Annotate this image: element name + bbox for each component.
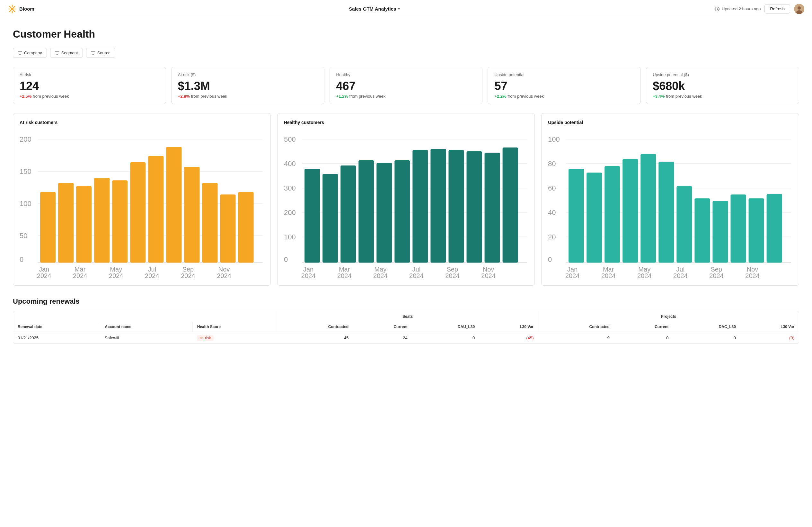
filter-company-button[interactable]: Company bbox=[13, 48, 47, 58]
header-right: Updated 2 hours ago Refresh bbox=[715, 4, 804, 14]
app-name: Bloom bbox=[19, 6, 34, 12]
header-center: Sales GTM Analytics ▾ bbox=[349, 6, 400, 12]
svg-text:2024: 2024 bbox=[145, 272, 159, 278]
svg-rect-41 bbox=[166, 147, 182, 262]
renewals-table-container: Seats Projects Renewal date Account name… bbox=[13, 311, 799, 344]
chevron-down-icon[interactable]: ▾ bbox=[398, 7, 400, 11]
svg-text:Nov: Nov bbox=[218, 266, 230, 273]
svg-rect-114 bbox=[713, 201, 728, 262]
svg-rect-80 bbox=[484, 153, 500, 262]
col-seats-current: Current bbox=[353, 322, 412, 332]
svg-rect-71 bbox=[322, 174, 338, 262]
svg-text:500: 500 bbox=[284, 135, 296, 143]
svg-text:2024: 2024 bbox=[409, 272, 423, 278]
svg-text:Jan: Jan bbox=[303, 266, 314, 273]
svg-text:50: 50 bbox=[19, 232, 27, 240]
cell-health-score: at_risk bbox=[192, 332, 277, 343]
at-risk-chart-card: At risk customers 200 150 100 50 0 bbox=[13, 113, 271, 286]
kpi-at-risk-label: At risk bbox=[19, 72, 159, 77]
kpi-at-risk-change: +2.5% from previous week bbox=[19, 94, 159, 99]
svg-text:100: 100 bbox=[19, 200, 31, 208]
svg-text:0: 0 bbox=[548, 255, 552, 264]
refresh-button[interactable]: Refresh bbox=[765, 4, 790, 14]
svg-rect-78 bbox=[448, 150, 464, 262]
filter-company-label: Company bbox=[24, 51, 42, 55]
svg-line-5 bbox=[10, 6, 11, 8]
svg-text:2024: 2024 bbox=[181, 272, 195, 278]
svg-rect-35 bbox=[58, 183, 74, 262]
svg-text:2024: 2024 bbox=[73, 272, 87, 278]
svg-text:20: 20 bbox=[548, 233, 556, 241]
svg-text:May: May bbox=[110, 266, 122, 273]
filter-bar: Company Segment Source bbox=[13, 48, 799, 58]
header: Bloom Sales GTM Analytics ▾ Updated 2 ho… bbox=[0, 0, 812, 18]
svg-text:2024: 2024 bbox=[37, 272, 52, 278]
svg-text:2024: 2024 bbox=[673, 272, 688, 278]
svg-rect-109 bbox=[623, 159, 638, 262]
svg-text:100: 100 bbox=[548, 135, 560, 143]
bloom-logo-icon bbox=[8, 4, 17, 14]
kpi-upside-value: 57 bbox=[494, 80, 634, 92]
healthy-chart-svg: 500 400 300 200 100 0 bbox=[284, 130, 528, 278]
col-group-seats: Seats bbox=[277, 311, 538, 322]
cell-seats-contracted: 45 bbox=[277, 332, 353, 343]
svg-rect-108 bbox=[605, 166, 620, 262]
col-projects-current: Current bbox=[614, 322, 673, 332]
cell-projects-l30var: (9) bbox=[740, 332, 799, 343]
svg-rect-40 bbox=[148, 156, 163, 262]
upside-chart-card: Upside potential 100 80 60 40 20 0 bbox=[541, 113, 799, 286]
filter-source-button[interactable]: Source bbox=[86, 48, 115, 58]
svg-text:2024: 2024 bbox=[481, 272, 496, 278]
svg-line-7 bbox=[14, 6, 15, 8]
svg-text:Jul: Jul bbox=[412, 266, 420, 273]
svg-rect-107 bbox=[586, 173, 602, 262]
kpi-at-risk-value: 124 bbox=[19, 80, 159, 92]
dashboard-title: Sales GTM Analytics bbox=[349, 6, 396, 12]
svg-rect-42 bbox=[184, 167, 200, 262]
table-header-row: Renewal date Account name Health Score C… bbox=[13, 322, 799, 332]
svg-point-0 bbox=[11, 8, 14, 10]
svg-rect-113 bbox=[695, 198, 710, 262]
svg-rect-70 bbox=[304, 169, 320, 262]
svg-text:200: 200 bbox=[19, 135, 31, 143]
svg-rect-81 bbox=[502, 147, 518, 262]
col-group-projects: Projects bbox=[538, 311, 799, 322]
kpi-row: At risk 124 +2.5% from previous week At … bbox=[13, 67, 799, 104]
cell-renewal-date: 01/21/2025 bbox=[13, 332, 100, 343]
svg-text:0: 0 bbox=[19, 255, 24, 264]
svg-text:Nov: Nov bbox=[747, 266, 758, 273]
avatar[interactable] bbox=[794, 4, 804, 14]
svg-rect-75 bbox=[394, 160, 410, 262]
filter-icon bbox=[18, 51, 22, 55]
svg-text:2024: 2024 bbox=[601, 272, 616, 278]
svg-text:Mar: Mar bbox=[339, 266, 350, 273]
kpi-at-risk: At risk 124 +2.5% from previous week bbox=[13, 67, 166, 104]
kpi-upside-dollars: Upside potential ($) $680k +3.4% from pr… bbox=[646, 67, 799, 104]
svg-text:May: May bbox=[639, 266, 651, 273]
svg-rect-45 bbox=[238, 192, 254, 262]
svg-rect-74 bbox=[376, 163, 392, 262]
svg-rect-39 bbox=[130, 162, 145, 262]
svg-text:60: 60 bbox=[548, 184, 556, 192]
svg-text:300: 300 bbox=[284, 184, 296, 192]
svg-text:0: 0 bbox=[284, 255, 288, 264]
filter-segment-button[interactable]: Segment bbox=[50, 48, 83, 58]
at-risk-badge: at_risk bbox=[197, 335, 213, 341]
svg-rect-111 bbox=[659, 162, 674, 262]
svg-rect-115 bbox=[731, 195, 746, 262]
renewals-section: Upcoming renewals Seats Projects Renewal… bbox=[13, 297, 799, 344]
svg-text:2024: 2024 bbox=[745, 272, 760, 278]
svg-text:2024: 2024 bbox=[301, 272, 316, 278]
renewals-title: Upcoming renewals bbox=[13, 297, 799, 305]
svg-rect-76 bbox=[412, 150, 428, 262]
table-header-group-row: Seats Projects bbox=[13, 311, 799, 322]
at-risk-chart-title: At risk customers bbox=[19, 120, 264, 125]
svg-text:Jan: Jan bbox=[39, 266, 49, 273]
col-projects-contracted: Contracted bbox=[538, 322, 614, 332]
svg-rect-38 bbox=[112, 180, 128, 262]
kpi-healthy-change: +1.2% from previous week bbox=[336, 94, 476, 99]
svg-text:200: 200 bbox=[284, 209, 296, 217]
kpi-healthy: Healthy 467 +1.2% from previous week bbox=[330, 67, 483, 104]
svg-point-13 bbox=[798, 6, 801, 10]
svg-text:150: 150 bbox=[19, 168, 31, 175]
